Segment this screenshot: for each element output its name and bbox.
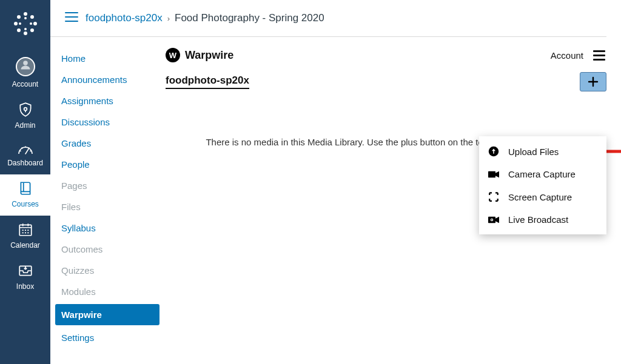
rail-calendar[interactable]: Calendar [0, 216, 50, 257]
rail-courses[interactable]: Courses [0, 174, 50, 216]
menu-live-label: Live Broadcast [508, 214, 568, 225]
nav-quizzes[interactable]: Quizzes [55, 260, 159, 281]
warpwire-panel: W Warpwire Account foodphoto-sp20x There… [159, 37, 621, 364]
svg-point-2 [14, 22, 18, 25]
nav-files[interactable]: Files [55, 196, 159, 217]
svg-point-11 [30, 22, 32, 25]
broadcast-icon [488, 216, 500, 224]
rail-calendar-label: Calendar [10, 241, 40, 250]
rail-dashboard-label: Dashboard [7, 159, 43, 167]
course-nav-toggle[interactable] [58, 12, 86, 24]
svg-point-10 [19, 22, 21, 25]
book-icon [18, 180, 33, 196]
warpwire-menu-button[interactable] [592, 49, 606, 62]
svg-rect-24 [488, 171, 495, 177]
shield-icon [18, 102, 33, 117]
calendar-icon [18, 222, 33, 237]
nav-modules[interactable]: Modules [55, 281, 159, 302]
add-media-button[interactable] [580, 72, 606, 91]
avatar-icon [16, 57, 35, 76]
rail-inbox-label: Inbox [16, 282, 34, 291]
svg-point-6 [17, 28, 21, 32]
hamburger-icon [593, 50, 605, 52]
warpwire-account-link[interactable]: Account [551, 50, 583, 61]
warpwire-logo-text: Warpwire [185, 49, 233, 62]
svg-point-9 [24, 28, 27, 30]
nav-settings[interactable]: Settings [55, 327, 159, 348]
rail-account[interactable]: Account [0, 51, 50, 96]
svg-point-12 [23, 61, 28, 65]
svg-point-3 [33, 22, 37, 25]
svg-point-1 [24, 31, 27, 35]
global-nav-rail: Account Admin Dashboard Courses Calendar… [0, 0, 50, 364]
svg-point-13 [24, 108, 27, 111]
add-media-menu: Upload Files Camera Capture Screen Captu… [479, 136, 606, 234]
warpwire-logo: W Warpwire [166, 48, 233, 62]
nav-warpwire[interactable]: Warpwire [55, 304, 159, 325]
rail-admin-label: Admin [15, 121, 35, 130]
course-nav: Home Announcements Assignments Discussio… [50, 37, 159, 364]
nav-outcomes[interactable]: Outcomes [55, 239, 159, 260]
main-area: foodphoto-sp20x › Food Photography - Spr… [50, 0, 621, 364]
svg-point-27 [491, 219, 492, 220]
camera-icon [488, 170, 500, 179]
rail-inbox[interactable]: Inbox [0, 257, 50, 298]
rail-courses-label: Courses [12, 200, 39, 208]
menu-camera-label: Camera Capture [508, 169, 576, 179]
nav-assignments[interactable]: Assignments [55, 90, 159, 111]
hamburger-icon [65, 12, 78, 22]
plus-icon [588, 76, 599, 87]
svg-point-4 [17, 15, 21, 19]
media-library-title: foodphoto-sp20x [166, 74, 249, 89]
nav-people[interactable]: People [55, 154, 159, 175]
nav-grades[interactable]: Grades [55, 133, 159, 154]
svg-point-7 [30, 28, 34, 32]
inbox-icon [18, 263, 33, 279]
nav-announcements[interactable]: Announcements [55, 69, 159, 90]
menu-screen-capture[interactable]: Screen Capture [479, 185, 606, 208]
warpwire-logo-icon: W [166, 48, 180, 62]
chevron-right-icon: › [167, 14, 170, 23]
svg-point-8 [24, 17, 27, 19]
menu-screen-label: Screen Capture [508, 192, 572, 202]
menu-live-broadcast[interactable]: Live Broadcast [479, 208, 606, 231]
institution-logo [13, 11, 38, 39]
breadcrumb-bar: foodphoto-sp20x › Food Photography - Spr… [50, 0, 606, 37]
gauge-icon [18, 143, 33, 155]
screen-capture-icon [488, 191, 500, 202]
nav-home[interactable]: Home [55, 48, 159, 69]
svg-point-0 [24, 12, 27, 16]
menu-upload-label: Upload Files [508, 147, 559, 157]
nav-syllabus[interactable]: Syllabus [55, 217, 159, 239]
upload-icon [488, 146, 500, 157]
nav-discussions[interactable]: Discussions [55, 111, 159, 133]
rail-account-label: Account [12, 80, 38, 88]
rail-dashboard[interactable]: Dashboard [0, 137, 50, 174]
rail-admin[interactable]: Admin [0, 96, 50, 137]
nav-pages[interactable]: Pages [55, 175, 159, 196]
breadcrumb-page-title: Food Photography - Spring 2020 [175, 12, 324, 24]
svg-point-5 [30, 15, 34, 19]
breadcrumb-course-link[interactable]: foodphoto-sp20x [86, 12, 163, 24]
menu-upload-files[interactable]: Upload Files [479, 140, 606, 163]
menu-camera-capture[interactable]: Camera Capture [479, 163, 606, 185]
